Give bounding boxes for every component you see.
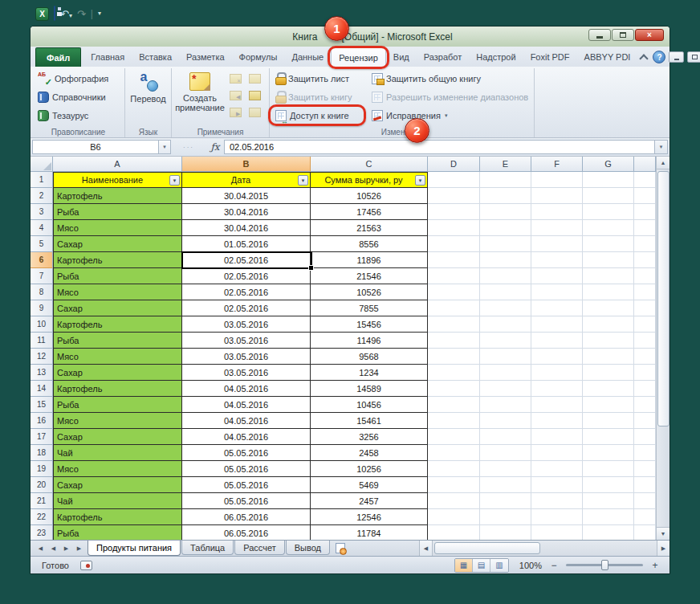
cell-D11[interactable] [428,333,480,349]
cell-C19[interactable]: 10256 [311,461,428,477]
redo-button[interactable]: ↷ [77,6,86,21]
cell-B11[interactable]: 03.05.2016 [182,333,311,349]
cell-F12[interactable] [531,349,583,365]
show-hide-comment-button[interactable] [246,71,263,86]
cell-G19[interactable] [583,461,634,477]
cell-B6[interactable]: 02.05.2016 [182,252,311,268]
cell-H10[interactable] [634,316,656,333]
row-header-16[interactable]: 16 [31,413,53,429]
row-header-21[interactable]: 21 [31,493,53,509]
undo-dropdown-icon[interactable]: ▾ [69,12,72,19]
research-button[interactable]: Справочники [35,88,112,105]
horizontal-scroll-track[interactable] [433,541,657,556]
cell-G3[interactable] [583,204,634,220]
scroll-left-button[interactable]: ◀ [420,541,433,556]
cell-H5[interactable] [634,236,656,252]
record-macro-icon[interactable] [80,561,92,570]
filter-button-B[interactable]: ▼ [298,175,308,186]
ribbon-tab-Разработ[interactable]: Разработ [417,47,469,67]
row-header-10[interactable]: 10 [31,316,53,333]
cell-G18[interactable] [583,445,634,461]
show-ink-button[interactable] [246,104,263,120]
cell-B16[interactable]: 04.05.2016 [182,413,311,429]
sheet-tab-Таблица[interactable]: Таблица [181,541,234,555]
cell-C18[interactable]: 2458 [311,445,428,461]
minimize-button[interactable] [588,29,611,41]
next-sheet-button[interactable]: ▶ [60,542,72,554]
cell-B15[interactable]: 04.05.2016 [182,397,311,413]
row-header-4[interactable]: 4 [31,220,53,236]
cell-C12[interactable]: 9568 [311,349,428,365]
ribbon-tab-Рецензир[interactable]: Рецензир [331,47,386,67]
cell-G15[interactable] [583,397,634,413]
cell-B18[interactable]: 05.05.2016 [182,445,311,461]
cell-B5[interactable]: 01.05.2016 [182,236,311,252]
row-header-6[interactable]: 6 [31,252,53,268]
cell-E9[interactable] [480,300,531,316]
cell-B10[interactable]: 03.05.2016 [182,316,311,333]
cell-B1[interactable]: Дата▼ [182,172,311,188]
cell-E7[interactable] [480,268,531,284]
sheet-tab-Рассчет[interactable]: Рассчет [234,541,285,555]
cell-B12[interactable]: 03.05.2016 [182,349,311,365]
cell-E12[interactable] [480,349,531,365]
row-header-5[interactable]: 5 [31,236,53,252]
cell-H2[interactable] [634,188,656,204]
cell-B19[interactable]: 05.05.2016 [182,461,311,477]
cell-G17[interactable] [583,429,634,445]
cell-E23[interactable] [480,525,531,540]
cell-E1[interactable] [480,172,531,188]
row-header-12[interactable]: 12 [31,349,53,365]
column-header-B[interactable]: B [182,157,311,172]
cell-A11[interactable]: Рыба [53,333,182,349]
cell-D15[interactable] [428,397,480,413]
cell-G2[interactable] [583,188,634,204]
cell-D3[interactable] [428,204,480,220]
cell-G1[interactable] [583,172,634,188]
cell-D10[interactable] [428,316,480,333]
cell-D20[interactable] [428,477,480,493]
cell-G21[interactable] [583,493,634,509]
cell-H14[interactable] [634,381,656,397]
close-button[interactable]: × [635,29,664,41]
cell-F20[interactable] [531,477,583,493]
cell-C11[interactable]: 11496 [311,333,428,349]
spelling-button[interactable]: Орфография [35,70,112,87]
cell-G6[interactable] [583,252,634,268]
cell-F2[interactable] [531,188,583,204]
zoom-slider-thumb[interactable] [601,560,608,570]
cell-H4[interactable] [634,220,656,236]
cell-E4[interactable] [480,220,531,236]
cell-A18[interactable]: Чай [53,445,182,461]
share-workbook-button[interactable]: Доступ к книге [272,107,362,124]
cell-H20[interactable] [634,477,656,493]
cell-G10[interactable] [583,316,634,333]
cell-F19[interactable] [531,461,583,477]
cell-D13[interactable] [428,365,480,381]
row-header-8[interactable]: 8 [31,284,53,300]
cell-A3[interactable]: Рыба [53,204,182,220]
cell-A10[interactable]: Картофель [53,316,182,333]
cell-H6[interactable] [634,252,656,268]
last-sheet-button[interactable]: ▶ [73,542,85,554]
cell-B22[interactable]: 06.05.2016 [182,509,311,525]
cell-F22[interactable] [531,509,583,525]
row-header-18[interactable]: 18 [31,445,53,461]
protect-workbook-button[interactable]: Защитить книгу [272,88,362,105]
show-all-comments-button[interactable] [246,88,263,103]
cell-F11[interactable] [531,333,583,349]
cell-E5[interactable] [480,236,531,252]
row-header-11[interactable]: 11 [31,333,53,349]
collapse-ribbon-button[interactable] [637,52,649,63]
cell-B21[interactable]: 05.05.2016 [182,493,311,509]
cell-A14[interactable]: Картофель [53,381,182,397]
cell-H22[interactable] [634,509,656,525]
help-button[interactable]: ? [653,51,665,63]
cell-F21[interactable] [531,493,583,509]
cell-F4[interactable] [531,220,583,236]
cell-F15[interactable] [531,397,583,413]
previous-comment-button[interactable]: ◀ [226,88,244,103]
cell-A12[interactable]: Мясо [53,349,182,365]
cell-F7[interactable] [531,268,583,284]
ribbon-tab-Надстрой[interactable]: Надстрой [469,47,523,67]
